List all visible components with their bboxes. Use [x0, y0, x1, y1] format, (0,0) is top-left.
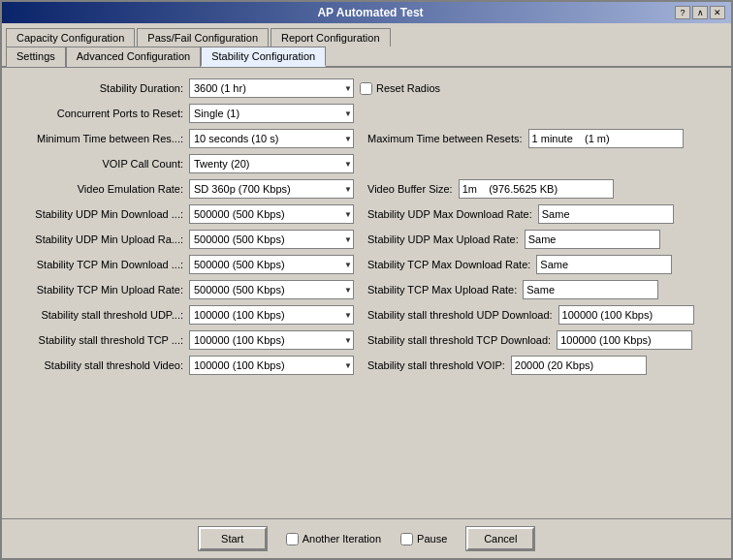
stall-video-wrapper: 100000 (100 Kbps) [189, 356, 354, 375]
main-window: AP Automated Test ? ∧ ✕ Capacity Configu… [0, 0, 733, 560]
reset-radios-checkbox-label[interactable]: Reset Radios [360, 82, 440, 95]
max-time-label: Maximum Time between Resets: [367, 133, 523, 144]
help-button[interactable]: ? [675, 6, 690, 19]
udp-min-dl-label: Stability UDP Min Download ...: [14, 208, 183, 220]
content-area: Stability Duration: 3600 (1 hr) Reset Ra… [2, 68, 731, 518]
close-button[interactable]: ✕ [710, 6, 725, 19]
row-stall-tcp: Stability stall threshold TCP ...: 10000… [14, 329, 719, 351]
tab-row-1: Capacity Configuration Pass/Fail Configu… [2, 23, 731, 46]
tcp-min-ul-select[interactable]: 500000 (500 Kbps) [189, 280, 354, 299]
tab-stability-configuration[interactable]: Stability Configuration [201, 47, 326, 67]
reset-radios-checkbox[interactable] [360, 82, 372, 95]
udp-max-dl-input[interactable] [538, 204, 674, 224]
row-video-emulation: Video Emulation Rate: SD 360p (700 Kbps)… [14, 178, 719, 200]
another-iteration-text: Another Iteration [303, 533, 381, 544]
voip-call-label: VOIP Call Count: [14, 158, 183, 170]
title-bar-buttons: ? ∧ ✕ [675, 6, 725, 19]
min-time-select[interactable]: 10 seconds (10 s) [189, 129, 354, 148]
another-iteration-checkbox[interactable] [286, 533, 299, 545]
concurrent-ports-select[interactable]: Single (1) [189, 104, 354, 123]
video-emulation-select[interactable]: SD 360p (700 Kbps) [189, 179, 354, 199]
pause-text: Pause [417, 533, 447, 544]
stall-udp-dl-label: Stability stall threshold UDP Download: [367, 309, 553, 321]
tcp-max-ul-input[interactable] [523, 280, 658, 299]
row-tcp-download: Stability TCP Min Download ...: 500000 (… [14, 254, 719, 275]
pause-checkbox[interactable] [400, 533, 413, 545]
video-buffer-input[interactable] [459, 179, 614, 199]
tcp-max-dl-input[interactable] [536, 255, 672, 274]
another-iteration-label[interactable]: Another Iteration [286, 533, 381, 545]
tcp-min-ul-wrapper: 500000 (500 Kbps) [189, 280, 354, 299]
tab-capacity-configuration[interactable]: Capacity Configuration [6, 28, 135, 47]
tab-settings[interactable]: Settings [6, 47, 66, 67]
udp-min-ul-label: Stability UDP Min Upload Ra...: [14, 233, 183, 245]
udp-min-ul-select[interactable]: 500000 (500 Kbps) [189, 230, 354, 249]
stall-video-select[interactable]: 100000 (100 Kbps) [189, 356, 354, 375]
udp-max-ul-input[interactable] [525, 230, 660, 249]
stall-udp-label: Stability stall threshold UDP...: [14, 309, 183, 321]
udp-min-dl-select[interactable]: 500000 (500 Kbps) [189, 204, 354, 224]
tcp-min-dl-label: Stability TCP Min Download ...: [14, 259, 183, 270]
tab-advanced-configuration[interactable]: Advanced Configuration [66, 47, 201, 67]
bottom-bar: Start Another Iteration Pause Cancel [2, 518, 731, 558]
minimize-button[interactable]: ∧ [692, 6, 708, 19]
stall-tcp-label: Stability stall threshold TCP ...: [14, 334, 183, 346]
stall-udp-select[interactable]: 100000 (100 Kbps) [189, 305, 354, 325]
stability-duration-label: Stability Duration: [14, 82, 183, 94]
row-stability-duration: Stability Duration: 3600 (1 hr) Reset Ra… [14, 78, 719, 99]
stall-tcp-dl-input[interactable] [557, 330, 692, 350]
udp-min-ul-wrapper: 500000 (500 Kbps) [189, 230, 354, 249]
window-title: AP Automated Test [66, 6, 675, 19]
tcp-min-dl-wrapper: 500000 (500 Kbps) [189, 255, 354, 274]
stability-duration-wrapper: 3600 (1 hr) [189, 78, 354, 98]
tcp-max-dl-label: Stability TCP Max Download Rate: [367, 259, 530, 270]
udp-max-dl-label: Stability UDP Max Download Rate: [367, 208, 532, 220]
voip-call-select[interactable]: Twenty (20) [189, 154, 354, 173]
tcp-min-dl-select[interactable]: 500000 (500 Kbps) [189, 255, 354, 274]
tab-report-configuration[interactable]: Report Configuration [271, 28, 391, 47]
tcp-max-ul-label: Stability TCP Max Upload Rate: [367, 284, 517, 296]
pause-label[interactable]: Pause [400, 533, 447, 545]
row-udp-download: Stability UDP Min Download ...: 500000 (… [14, 203, 719, 225]
cancel-button[interactable]: Cancel [466, 527, 534, 550]
max-time-input[interactable] [528, 129, 684, 148]
stall-udp-dl-input[interactable] [558, 305, 694, 325]
video-emulation-label: Video Emulation Rate: [14, 183, 183, 195]
stall-tcp-select[interactable]: 100000 (100 Kbps) [189, 330, 354, 350]
stall-tcp-wrapper: 100000 (100 Kbps) [189, 330, 354, 350]
row-stall-video-voip: Stability stall threshold Video: 100000 … [14, 355, 719, 376]
reset-radios-label: Reset Radios [376, 82, 440, 94]
udp-min-dl-wrapper: 500000 (500 Kbps) [189, 204, 354, 224]
row-concurrent-ports: Concurrent Ports to Reset: Single (1) [14, 103, 719, 124]
row-udp-upload: Stability UDP Min Upload Ra...: 500000 (… [14, 229, 719, 250]
min-time-label: Minimum Time between Res...: [14, 133, 183, 144]
voip-call-wrapper: Twenty (20) [189, 154, 354, 173]
tcp-min-ul-label: Stability TCP Min Upload Rate: [14, 284, 183, 296]
stability-duration-select[interactable]: 3600 (1 hr) [189, 78, 354, 98]
stall-voip-input[interactable] [511, 356, 647, 375]
stall-tcp-dl-label: Stability stall threshold TCP Download: [367, 334, 551, 346]
row-voip-call-count: VOIP Call Count: Twenty (20) [14, 153, 719, 174]
tab-pass-fail-configuration[interactable]: Pass/Fail Configuration [137, 28, 269, 47]
stall-video-label: Stability stall threshold Video: [14, 359, 183, 371]
tab-row-2: Settings Advanced Configuration Stabilit… [2, 46, 731, 68]
concurrent-ports-label: Concurrent Ports to Reset: [14, 108, 183, 119]
row-tcp-upload: Stability TCP Min Upload Rate: 500000 (5… [14, 279, 719, 300]
start-button[interactable]: Start [199, 527, 267, 550]
stall-voip-label: Stability stall threshold VOIP: [367, 359, 505, 371]
title-bar: AP Automated Test ? ∧ ✕ [2, 2, 731, 23]
video-emulation-wrapper: SD 360p (700 Kbps) [189, 179, 354, 199]
video-buffer-label: Video Buffer Size: [367, 183, 453, 195]
row-stall-udp: Stability stall threshold UDP...: 100000… [14, 304, 719, 326]
stall-udp-wrapper: 100000 (100 Kbps) [189, 305, 354, 325]
min-time-wrapper: 10 seconds (10 s) [189, 129, 354, 148]
concurrent-ports-wrapper: Single (1) [189, 104, 354, 123]
udp-max-ul-label: Stability UDP Max Upload Rate: [367, 233, 519, 245]
row-time-between-resets: Minimum Time between Res...: 10 seconds … [14, 128, 719, 149]
